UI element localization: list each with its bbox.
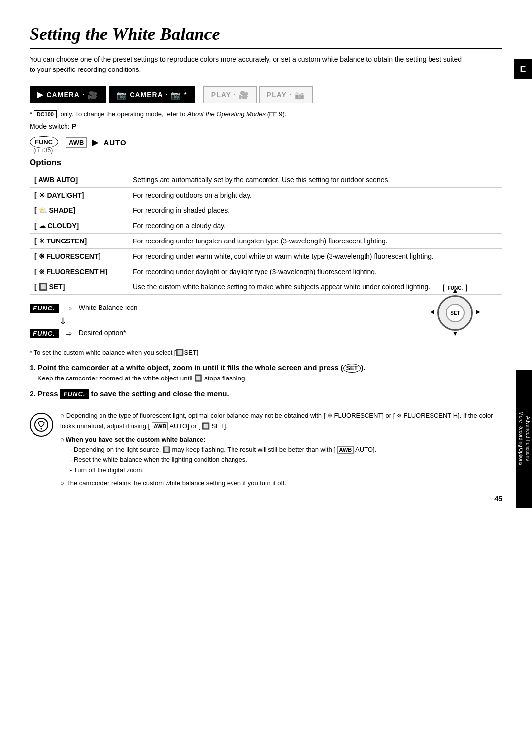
play-video-icon: 🎥: [239, 90, 249, 100]
option-name: [ ☀ DAYLIGHT]: [30, 188, 128, 203]
option-name: [ ※ FLUORESCENT]: [30, 249, 128, 264]
step-1-item: 1. Point the camcorder at a white object…: [30, 363, 502, 383]
table-row: [ ✳ TUNGSTEN]For recording under tungste…: [30, 234, 502, 249]
play-photo-label: PLAY: [267, 91, 287, 99]
asterisk: *: [184, 91, 187, 98]
set-dial-icon: SET: [437, 295, 473, 331]
svg-marker-0: [453, 289, 457, 293]
step1-heading: 1. Point the camcorder at a white object…: [30, 363, 502, 372]
step1-number: 1.: [30, 363, 36, 372]
func-step-1: FUNC. ⇨ White Balance icon: [30, 304, 437, 313]
option-description: For recording under daylight or daylight…: [128, 264, 502, 279]
svg-marker-3: [476, 310, 480, 314]
set-button[interactable]: SET: [446, 304, 465, 322]
mode-switch: Mode switch: P: [30, 122, 502, 130]
mode-btn-play-video[interactable]: PLAY · 🎥: [203, 86, 257, 103]
play-video-label: PLAY: [211, 91, 231, 99]
note2-label: ○ When you have set the custom white bal…: [60, 435, 502, 445]
table-row: [ ※ FLUORESCENT]For recording under warm…: [30, 249, 502, 264]
note-icon: [30, 413, 53, 437]
func-step-2: FUNC. ⇨ Desired option*: [30, 329, 437, 338]
options-heading: Options: [30, 158, 502, 168]
table-row: [ ※ FLUORESCENT H]For recording under da…: [30, 264, 502, 279]
mode-switch-value: P: [72, 122, 76, 130]
footnote-dc100: * DC100 only. To change the operating mo…: [30, 110, 502, 118]
step2-heading: 2. Press FUNC. to save the setting and c…: [30, 389, 502, 399]
play-photo-icon: 📷: [295, 90, 305, 100]
page-title: Setting the White Balance: [30, 24, 502, 49]
func-step2-text: Desired option*: [79, 329, 126, 337]
func-step1-text: White Balance icon: [79, 304, 138, 311]
dc100-badge: DC100: [34, 110, 57, 118]
mode-switch-label: Mode switch:: [30, 122, 70, 130]
option-name: [ ※ FLUORESCENT H]: [30, 264, 128, 279]
table-row: [ ⛅ SHADE]For recording in shaded places…: [30, 203, 502, 218]
func-diagram: FUNC. SET: [437, 284, 473, 331]
footnote-custom: * To set the custom white balance when y…: [30, 349, 502, 356]
mode-buttons-row: ▶ CAMERA · 🎥 📷 CAMERA · 📷 * PLAY · 🎥 PLA…: [30, 85, 502, 104]
func-ref: (□□ 35): [33, 147, 53, 154]
option-description: For recording outdoors on a bright day.: [128, 188, 502, 203]
arrow-right-icon: ▶: [92, 137, 99, 148]
option-description: For recording in shaded places.: [128, 203, 502, 218]
camera-photo-label: CAMERA: [130, 91, 163, 99]
table-row: [ ☀ DAYLIGHT]For recording outdoors on a…: [30, 188, 502, 203]
step1-arrow: ⇨: [66, 304, 72, 313]
sidebar-advanced-label: Advanced FunctionsMore Recording Options: [516, 370, 532, 508]
note2-bullet2: - Reset the white balance when the light…: [70, 455, 502, 465]
sidebar-letter: E: [514, 59, 532, 79]
table-row: [ AWB AUTO]Settings are automatically se…: [30, 172, 502, 188]
func-label-2: FUNC.: [30, 329, 59, 338]
option-description: For recording on a cloudy day.: [128, 218, 502, 234]
mode-btn-camera-video[interactable]: ▶ CAMERA · 🎥: [30, 86, 106, 103]
table-row: [ ☁ CLOUDY]For recording on a cloudy day…: [30, 218, 502, 234]
option-name: [ 🔲 SET]: [30, 279, 128, 295]
mode-btn-camera-photo[interactable]: 📷 CAMERA · 📷 *: [109, 86, 195, 103]
table-row: [ 🔲 SET]Use the custom white balance set…: [30, 279, 502, 295]
note2-bullet3: - Turn off the digital zoom.: [70, 465, 502, 476]
mode-btn-play-photo[interactable]: PLAY · 📷: [259, 86, 313, 103]
video-cam-icon: 🎥: [88, 90, 98, 100]
page-number: 45: [494, 494, 502, 503]
option-name: [ ☁ CLOUDY]: [30, 218, 128, 234]
option-description: Settings are automatically set by the ca…: [128, 172, 502, 188]
note3: ○The camcorder retains the custom white …: [60, 479, 502, 489]
func-label-step2: FUNC.: [60, 389, 89, 399]
notes-content: ○Depending on the type of fluorescent li…: [60, 411, 502, 489]
option-description: For recording under warm white, cool whi…: [128, 249, 502, 264]
notes-section: ○Depending on the type of fluorescent li…: [30, 406, 502, 489]
svg-marker-1: [453, 332, 457, 336]
step-2-item: 2. Press FUNC. to save the setting and c…: [30, 389, 502, 399]
camera-video-icon: ▶: [37, 90, 44, 99]
camera-photo-icon: 📷: [117, 90, 127, 100]
mode-divider: [199, 85, 200, 104]
option-name: [ AWB AUTO]: [30, 172, 128, 188]
func-steps-section: FUNC. SET: [30, 304, 502, 338]
note2-bullet1: - Depending on the light source, 🔲 may k…: [70, 445, 502, 455]
svg-marker-2: [430, 310, 434, 314]
svg-point-5: [41, 428, 42, 430]
step1-sub: Keep the camcorder zoomed at the white o…: [37, 374, 502, 383]
note1: ○Depending on the type of fluorescent li…: [60, 411, 502, 432]
option-description: For recording under tungsten and tungste…: [128, 234, 502, 249]
option-name: [ ✳ TUNGSTEN]: [30, 234, 128, 249]
func-row: FUNC (□□ 35) AWB ▶ AUTO: [30, 137, 502, 155]
photo-cam-icon: 📷: [171, 90, 181, 100]
step2-arrow: ⇨: [66, 329, 72, 338]
func-label-1: FUNC.: [30, 304, 59, 313]
options-table: [ AWB AUTO]Settings are automatically se…: [30, 172, 502, 295]
auto-label: AUTO: [103, 138, 126, 147]
intro-text: You can choose one of the preset setting…: [30, 54, 463, 75]
option-name: [ ⛅ SHADE]: [30, 203, 128, 218]
awb-icon: AWB: [66, 137, 87, 148]
camera-video-label: CAMERA: [47, 91, 80, 99]
